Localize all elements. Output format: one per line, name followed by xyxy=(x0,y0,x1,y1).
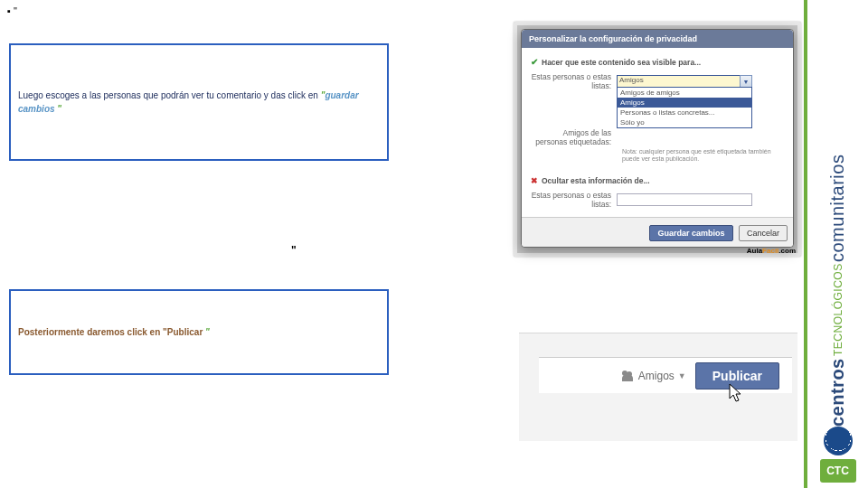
wm3: .com xyxy=(778,247,796,255)
stray-quote: " xyxy=(291,244,297,257)
instr1-text: Luego escoges a las personas que podrán … xyxy=(18,90,321,100)
opt-friends-of-friends[interactable]: Amigos de amigos xyxy=(618,88,751,98)
brand-word1: centros xyxy=(827,358,848,427)
hide-input[interactable] xyxy=(617,193,752,206)
row2-label: Amigos de las personas etiquetadas: xyxy=(531,128,617,146)
brand-word3: comunitarios xyxy=(827,154,848,261)
instr2-text: Posteriormente daremos click en xyxy=(18,327,163,337)
brand-word2: TECNOLÓGICOS xyxy=(832,264,844,357)
instr1-quote-close: " xyxy=(55,104,62,114)
audience-pill-label: Amigos xyxy=(638,370,675,382)
dropdown-arrow-icon[interactable]: ▼ xyxy=(740,75,752,88)
x-icon: ✖ xyxy=(531,176,538,185)
brand-vertical-text: centros TECNOLÓGICOS comunitarios xyxy=(827,11,848,427)
instruction-box-2: Posteriormente daremos click en "Publica… xyxy=(9,289,389,375)
bullet-marker: ▪ " xyxy=(7,5,17,16)
ctc-logo: CTC xyxy=(820,459,856,483)
brand-sidebar: centros TECNOLÓGICOS comunitarios CTC xyxy=(807,0,868,488)
audience-selected: Amigos xyxy=(619,76,644,84)
row3-label: Estas personas o estas listas: xyxy=(531,191,617,209)
instr2-qc: " xyxy=(203,327,210,337)
watermark: AulaFacil.com xyxy=(747,247,796,255)
hide-section-title: Ocultar esta información de... xyxy=(542,176,650,185)
check-icon: ✔ xyxy=(531,57,538,67)
people-icon xyxy=(622,371,635,381)
cancel-button[interactable]: Cancelar xyxy=(739,225,788,241)
privacy-dialog-screenshot: Personalizar la configuración de privaci… xyxy=(514,22,801,257)
visible-section-title: Hacer que este contenido sea visible par… xyxy=(542,58,701,67)
opt-friends[interactable]: Amigos xyxy=(618,98,751,108)
seal-logo xyxy=(824,427,853,455)
audience-pill[interactable]: Amigos ▼ xyxy=(622,370,686,382)
publish-screenshot: Amigos ▼ Publicar xyxy=(519,333,797,441)
save-button[interactable]: Guardar cambios xyxy=(649,225,732,241)
privacy-dialog: Personalizar la configuración de privaci… xyxy=(521,29,794,248)
audience-dropdown[interactable]: Amigos de amigos Amigos Personas o lista… xyxy=(617,87,752,128)
cursor-icon xyxy=(727,382,745,404)
dialog-title: Personalizar la configuración de privaci… xyxy=(522,30,793,48)
row1-label: Estas personas o estas listas: xyxy=(531,72,617,90)
tag-note: Nota: cualquier persona que esté etiquet… xyxy=(622,148,784,164)
accent-bar xyxy=(804,0,807,488)
wm1: Aula xyxy=(747,247,762,255)
audience-select[interactable]: Amigos ▼ xyxy=(617,75,752,88)
opt-only-me[interactable]: Sólo yo xyxy=(618,117,751,127)
caret-down-icon: ▼ xyxy=(678,371,686,380)
instruction-box-1: Luego escoges a las personas que podrán … xyxy=(9,43,389,161)
opt-specific[interactable]: Personas o listas concretas... xyxy=(618,108,751,117)
wm2: Facil xyxy=(762,247,778,255)
instr2-word: Publicar xyxy=(167,327,203,337)
